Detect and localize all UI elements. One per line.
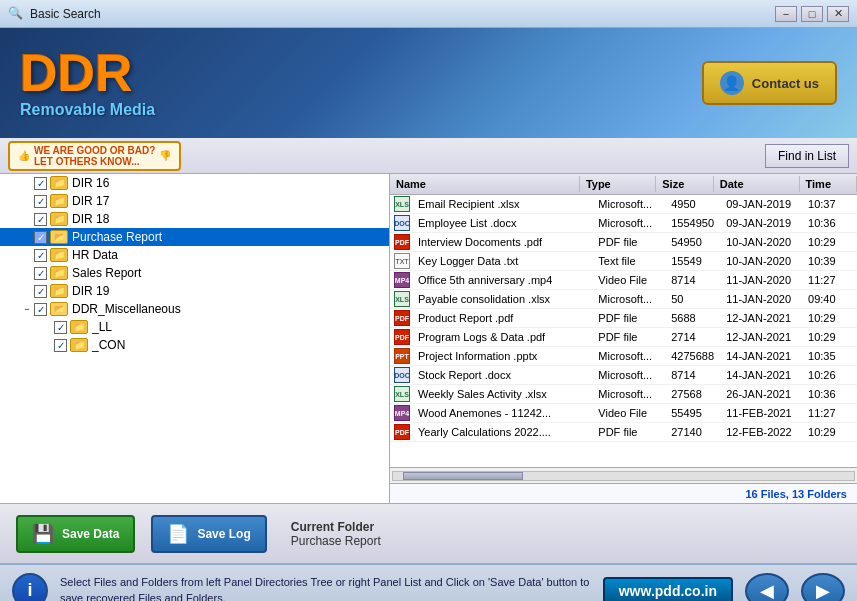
file-status: 16 Files, 13 Folders <box>390 483 857 503</box>
file-date: 10-JAN-2020 <box>720 254 802 268</box>
checkbox-ddrmis[interactable]: ✓ <box>34 303 47 316</box>
tree-item-hrdata[interactable]: ✓ 📁 HR Data <box>0 246 389 264</box>
tree-label-purchase: Purchase Report <box>72 230 162 244</box>
file-row[interactable]: PDF Product Report .pdf PDF file 5688 12… <box>390 309 857 328</box>
file-row[interactable]: PDF Interview Docoments .pdf PDF file 54… <box>390 233 857 252</box>
file-type: PDF file <box>592 330 665 344</box>
checkbox-dir18[interactable]: ✓ <box>34 213 47 226</box>
file-size: 27568 <box>665 387 720 401</box>
file-icon-mp4: MP4 <box>394 405 410 421</box>
checkbox-con[interactable]: ✓ <box>54 339 67 352</box>
close-button[interactable]: ✕ <box>827 6 849 22</box>
file-type: PDF file <box>592 235 665 249</box>
maximize-button[interactable]: □ <box>801 6 823 22</box>
contact-button[interactable]: 👤 Contact us <box>702 61 837 105</box>
expand-ddrmis-icon[interactable]: − <box>20 304 34 314</box>
tree-item-purchase[interactable]: ✓ 📂 Purchase Report <box>0 228 389 246</box>
file-date: 09-JAN-2019 <box>720 197 802 211</box>
back-button[interactable]: ◀ <box>745 573 789 602</box>
file-row[interactable]: XLS Payable consolidation .xlsx Microsof… <box>390 290 857 309</box>
checkbox-dir16[interactable]: ✓ <box>34 177 47 190</box>
titlebar: 🔍 Basic Search − □ ✕ <box>0 0 857 28</box>
hscroll-track[interactable] <box>392 471 855 481</box>
file-row[interactable]: XLS Weekly Sales Activity .xlsx Microsof… <box>390 385 857 404</box>
file-list-body[interactable]: XLS Email Recipient .xlsx Microsoft... 4… <box>390 195 857 467</box>
current-folder-value: Purchase Report <box>291 534 381 548</box>
contact-icon: 👤 <box>720 71 744 95</box>
logo-text: DDR <box>20 47 702 99</box>
file-time: 10:35 <box>802 349 857 363</box>
checkbox-dir17[interactable]: ✓ <box>34 195 47 208</box>
file-hscrollbar[interactable] <box>390 467 857 483</box>
tree-label-dir19: DIR 19 <box>72 284 109 298</box>
file-row[interactable]: PDF Yearly Calculations 2022.... PDF fil… <box>390 423 857 442</box>
feedback-badge[interactable]: 👍 WE ARE GOOD OR BAD? LET OTHERS KNOW...… <box>8 141 181 171</box>
file-icon-pdf: PDF <box>394 310 410 326</box>
file-icon-xlsx: XLS <box>394 386 410 402</box>
folder-icon-con: 📁 <box>70 338 88 352</box>
file-time: 10:39 <box>802 254 857 268</box>
folder-icon-purchase: 📂 <box>50 230 68 244</box>
app-icon: 🔍 <box>8 6 24 22</box>
save-log-icon: 📄 <box>167 523 189 545</box>
file-name: Yearly Calculations 2022.... <box>412 425 592 439</box>
main-content: ✓ 📁 DIR 16 ✓ 📁 DIR 17 ✓ 📁 DIR 18 ✓ 📂 Pur… <box>0 174 857 504</box>
status-text: Select Files and Folders from left Panel… <box>60 575 591 601</box>
tree-label-dir16: DIR 16 <box>72 176 109 190</box>
file-date: 11-JAN-2020 <box>720 273 802 287</box>
file-time: 10:26 <box>802 368 857 382</box>
file-date: 14-JAN-2021 <box>720 368 802 382</box>
tree-item-salesreport[interactable]: ✓ 📁 Sales Report <box>0 264 389 282</box>
tree-item-dir18[interactable]: ✓ 📁 DIR 18 <box>0 210 389 228</box>
file-icon-docx: DOC <box>394 367 410 383</box>
file-row[interactable]: MP4 Office 5th anniversary .mp4 Video Fi… <box>390 271 857 290</box>
file-date: 12-JAN-2021 <box>720 330 802 344</box>
file-size: 54950 <box>665 235 720 249</box>
col-header-size: Size <box>656 176 713 192</box>
file-type: Microsoft... <box>592 216 665 230</box>
file-name: Project Information .pptx <box>412 349 592 363</box>
forward-button[interactable]: ▶ <box>801 573 845 602</box>
tree-panel[interactable]: ✓ 📁 DIR 16 ✓ 📁 DIR 17 ✓ 📁 DIR 18 ✓ 📂 Pur… <box>0 174 390 503</box>
tree-item-dir19[interactable]: ✓ 📁 DIR 19 <box>0 282 389 300</box>
save-data-icon: 💾 <box>32 523 54 545</box>
status-bar: i Select Files and Folders from left Pan… <box>0 564 857 601</box>
checkbox-ll[interactable]: ✓ <box>54 321 67 334</box>
tree-item-con[interactable]: ✓ 📁 _CON <box>0 336 389 354</box>
tree-item-ll[interactable]: ✓ 📁 _LL <box>0 318 389 336</box>
file-time: 11:27 <box>802 273 857 287</box>
tree-item-ddrmis[interactable]: − ✓ 📂 DDR_Miscellaneous <box>0 300 389 318</box>
save-log-button[interactable]: 📄 Save Log <box>151 515 266 553</box>
file-row[interactable]: MP4 Wood Anemones - 11242... Video File … <box>390 404 857 423</box>
find-in-list-button[interactable]: Find in List <box>765 144 849 168</box>
save-log-label: Save Log <box>197 527 250 541</box>
file-date: 10-JAN-2020 <box>720 235 802 249</box>
folder-icon-dir19: 📁 <box>50 284 68 298</box>
file-row[interactable]: DOC Stock Report .docx Microsoft... 8714… <box>390 366 857 385</box>
hscroll-thumb[interactable] <box>403 472 523 480</box>
logo-subtitle: Removable Media <box>20 101 702 119</box>
file-name: Payable consolidation .xlsx <box>412 292 592 306</box>
tree-item-dir17[interactable]: ✓ 📁 DIR 17 <box>0 192 389 210</box>
checkbox-salesreport[interactable]: ✓ <box>34 267 47 280</box>
save-data-button[interactable]: 💾 Save Data <box>16 515 135 553</box>
file-row[interactable]: DOC Employee List .docx Microsoft... 155… <box>390 214 857 233</box>
checkbox-hrdata[interactable]: ✓ <box>34 249 47 262</box>
minimize-button[interactable]: − <box>775 6 797 22</box>
file-icon-txt: TXT <box>394 253 410 269</box>
save-data-label: Save Data <box>62 527 119 541</box>
tree-item-dir16[interactable]: ✓ 📁 DIR 16 <box>0 174 389 192</box>
file-size: 27140 <box>665 425 720 439</box>
file-row[interactable]: PPT Project Information .pptx Microsoft.… <box>390 347 857 366</box>
file-row[interactable]: XLS Email Recipient .xlsx Microsoft... 4… <box>390 195 857 214</box>
file-row[interactable]: PDF Program Logs & Data .pdf PDF file 27… <box>390 328 857 347</box>
file-icon-pdf: PDF <box>394 424 410 440</box>
checkbox-purchase[interactable]: ✓ <box>34 231 47 244</box>
file-type: Microsoft... <box>592 292 665 306</box>
current-folder-panel: Current Folder Purchase Report <box>291 520 381 548</box>
checkbox-dir19[interactable]: ✓ <box>34 285 47 298</box>
file-size: 8714 <box>665 273 720 287</box>
current-folder-label: Current Folder <box>291 520 381 534</box>
tree-label-salesreport: Sales Report <box>72 266 141 280</box>
file-row[interactable]: TXT Key Logger Data .txt Text file 15549… <box>390 252 857 271</box>
